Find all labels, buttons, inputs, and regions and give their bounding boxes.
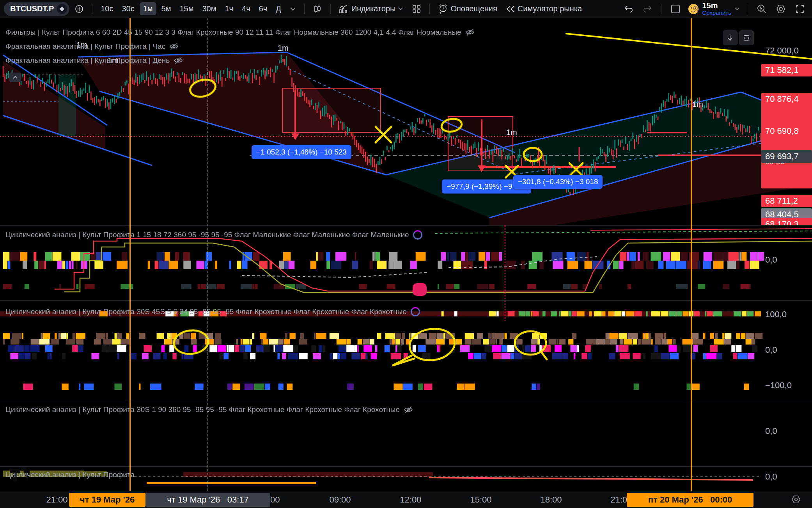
tf-15m[interactable]: 15м bbox=[176, 2, 197, 15]
interval-marker: 1m bbox=[692, 100, 703, 109]
legend-fractal-hour[interactable]: Фрактальная аналитика | Культ Профита | … bbox=[5, 42, 179, 51]
crosshair-time-badge: чт 19 Мар '26 03:17 bbox=[145, 493, 270, 507]
price-axis-label: 72 000,0 bbox=[761, 44, 812, 57]
tf-30m[interactable]: 30м bbox=[199, 2, 220, 15]
last-price-badge: 70 690,8 00:53 bbox=[761, 104, 812, 188]
session-break-line bbox=[129, 18, 131, 491]
tf-4h[interactable]: 4ч bbox=[238, 2, 254, 15]
eye-hidden-icon[interactable] bbox=[404, 405, 413, 414]
scroll-down-button[interactable] bbox=[723, 30, 738, 45]
axis-settings-gear-icon[interactable] bbox=[791, 494, 801, 506]
legend-filters[interactable]: Фильтры | Культ Профита 6 60 2D 45 15 90… bbox=[5, 28, 475, 37]
tf-1h[interactable]: 1ч bbox=[221, 2, 237, 15]
session-break-line bbox=[691, 18, 692, 491]
tf-1d[interactable]: Д bbox=[272, 2, 285, 15]
price-level-badge: 69 693,7 bbox=[761, 150, 812, 163]
oscillator-pane-2[interactable]: Циклический анализ | Культ Профита 30S 4… bbox=[0, 300, 812, 402]
panel-axis-value: 100,0 bbox=[765, 309, 787, 320]
rewind-icon bbox=[506, 5, 515, 13]
panel-axis-value: 0,0 bbox=[765, 426, 777, 436]
save-layout-button[interactable]: 15m Сохранить bbox=[686, 2, 741, 16]
symbol-label: BTCUSDT.P bbox=[10, 4, 54, 13]
tf-10s[interactable]: 10с bbox=[97, 2, 117, 15]
price-level-badge: 68 170,3 bbox=[761, 218, 812, 225]
separator bbox=[747, 4, 747, 14]
quick-search-icon[interactable] bbox=[753, 2, 770, 16]
alert-clock-plus-icon bbox=[438, 4, 448, 14]
compare-add-icon[interactable] bbox=[71, 2, 87, 16]
panel-axis-value: 0,0 bbox=[765, 345, 777, 355]
tf-30s[interactable]: 30с bbox=[118, 2, 138, 15]
eye-hidden-icon[interactable] bbox=[465, 28, 475, 37]
interval-marker: 1m bbox=[278, 44, 289, 53]
oscillator-pane-3[interactable]: Циклический анализ | Культ Профита 30S 1… bbox=[0, 402, 812, 466]
maximize-pane-button[interactable] bbox=[739, 30, 754, 45]
time-tick: 15:00 bbox=[465, 495, 496, 505]
market-simulator-button[interactable]: Симулятор рынка bbox=[502, 2, 585, 15]
price-level-badge: 71 582,1 bbox=[761, 64, 812, 76]
time-tick: 21:00 bbox=[41, 495, 73, 505]
layout-select-icon[interactable] bbox=[667, 2, 684, 16]
save-label: Сохранить bbox=[702, 10, 731, 16]
indicator-templates-icon[interactable] bbox=[408, 2, 425, 16]
interval-marker: 1m bbox=[506, 128, 517, 137]
separator bbox=[661, 4, 661, 14]
redo-icon[interactable] bbox=[639, 3, 656, 15]
alerts-button[interactable]: Оповещения bbox=[434, 2, 500, 16]
panel-4-title[interactable]: Циклический анализ | Культ Профита bbox=[5, 471, 135, 479]
oscillator-pane-4[interactable]: Циклический анализ | Культ Профита 0,0 bbox=[0, 466, 812, 491]
indicators-icon bbox=[339, 4, 349, 14]
time-axis[interactable]: 21:00 06:00 09:00 12:00 15:00 18:00 21:0… bbox=[0, 491, 812, 508]
separator bbox=[429, 4, 430, 14]
loading-icon bbox=[413, 230, 422, 240]
date-badge: чт 19 Мар '26 bbox=[69, 493, 145, 507]
tradingview-app: BTCUSDT.P 10с 30с 1м 5м 15м 30м 1ч 4ч 6ч… bbox=[0, 0, 812, 508]
monocle-emoji bbox=[688, 4, 699, 14]
interval-badge: 15m bbox=[702, 2, 731, 10]
tf-1m[interactable]: 1м bbox=[140, 2, 156, 15]
symbol-button[interactable]: BTCUSDT.P bbox=[4, 2, 69, 16]
tf-6h[interactable]: 6ч bbox=[255, 2, 271, 15]
panel-axis-value: 0,0 bbox=[765, 472, 777, 482]
separator bbox=[304, 4, 305, 14]
diamond-icon bbox=[57, 4, 67, 14]
save-chevron-down-icon bbox=[734, 7, 740, 11]
eye-hidden-icon[interactable] bbox=[169, 42, 179, 51]
timeframe-chevron-down-icon[interactable] bbox=[286, 5, 300, 13]
measure-badge: −1 052,3 (−1,48%) −10 523 bbox=[252, 145, 351, 159]
undo-icon[interactable] bbox=[621, 3, 637, 15]
settings-gear-icon[interactable] bbox=[772, 2, 789, 16]
separator bbox=[92, 4, 92, 14]
panel-1-title[interactable]: Циклический анализ | Культ Профита 1 15 … bbox=[5, 230, 422, 240]
separator bbox=[330, 4, 331, 14]
time-tick: 12:00 bbox=[395, 495, 426, 505]
magenta-marker-line bbox=[505, 225, 505, 321]
loading-icon bbox=[411, 307, 420, 316]
price-level-badge: 68 711,2 bbox=[761, 195, 812, 207]
measure-badge: −301,8 (−0,43%) −3 018 bbox=[513, 175, 603, 189]
collapse-legend-button[interactable] bbox=[9, 73, 21, 82]
panel-axis-value: −100,0 bbox=[765, 380, 792, 391]
panel-2-title[interactable]: Циклический анализ | Культ Профита 30S 4… bbox=[5, 307, 420, 316]
time-tick: 18:00 bbox=[535, 495, 567, 505]
panel-3-title[interactable]: Циклический анализ | Культ Профита 30S 1… bbox=[5, 405, 413, 414]
indicators-button[interactable]: Индикаторы bbox=[335, 2, 407, 16]
eye-hidden-icon[interactable] bbox=[174, 56, 183, 65]
legend-fractal-day[interactable]: Фрактальная аналитика | Культ Профита | … bbox=[5, 56, 183, 65]
indicators-chevron-down-icon bbox=[398, 7, 403, 11]
panel-axis-value: 0,0 bbox=[765, 255, 777, 265]
fullscreen-icon[interactable] bbox=[792, 2, 808, 16]
crosshair-vertical-line bbox=[207, 18, 208, 491]
oscillator-pane-1[interactable]: Циклический анализ | Культ Профита 1 15 … bbox=[0, 225, 812, 300]
tf-5m[interactable]: 5м bbox=[158, 2, 175, 15]
time-tick: 09:00 bbox=[324, 495, 356, 505]
date-badge: пт 20 Мар '26 00:00 bbox=[627, 493, 753, 507]
chart-style-candles-icon[interactable] bbox=[309, 2, 326, 16]
top-toolbar: BTCUSDT.P 10с 30с 1м 5м 15м 30м 1ч 4ч 6ч… bbox=[0, 0, 812, 18]
main-chart-pane[interactable]: Фильтры | Культ Профита 6 60 2D 45 15 90… bbox=[0, 18, 812, 225]
